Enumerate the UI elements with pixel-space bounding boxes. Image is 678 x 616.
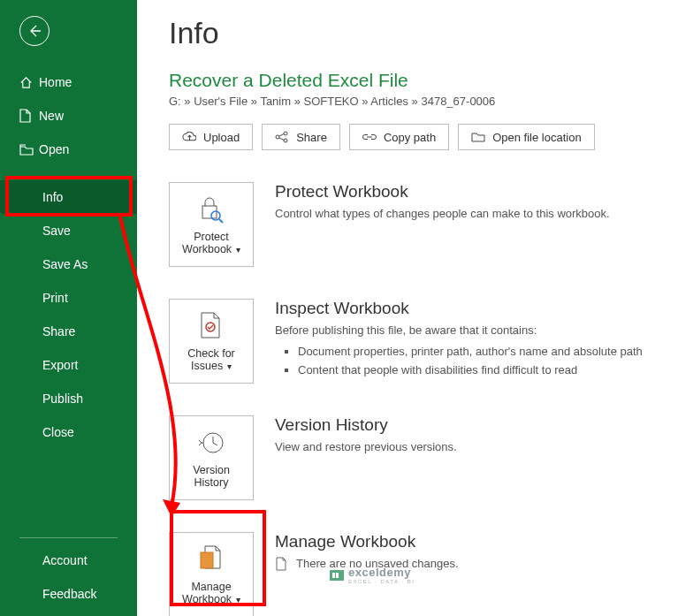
nav-label: Close xyxy=(42,425,74,439)
nav-label: Info xyxy=(42,190,63,204)
check-for-issues-button[interactable]: Check for Issues ▾ xyxy=(169,299,254,384)
breadcrumb: G: » User's File » Tanim » SOFTEKO » Art… xyxy=(169,95,653,108)
history-icon xyxy=(195,427,227,459)
share-icon xyxy=(275,131,289,143)
protect-workbook-section: Protect Workbook ▾ Protect Workbook Cont… xyxy=(169,182,653,267)
share-button[interactable]: Share xyxy=(262,124,340,150)
nav-label: Print xyxy=(42,291,68,305)
lock-search-icon xyxy=(195,194,227,225)
manage-workbook-button[interactable]: Manage Workbook ▾ xyxy=(169,532,254,616)
button-label: Protect Workbook xyxy=(182,231,232,255)
nav-publish[interactable]: Publish xyxy=(0,382,137,415)
watermark-tag: EXCEL · DATA · BI xyxy=(348,579,415,584)
document-check-icon xyxy=(195,310,227,342)
file-title: Recover a Deleted Excel File xyxy=(169,70,653,91)
version-history-section: Version History Version History View and… xyxy=(169,415,653,500)
watermark-icon xyxy=(329,567,345,583)
inspect-workbook-section: Check for Issues ▾ Inspect Workbook Befo… xyxy=(169,299,653,384)
file-icon xyxy=(19,109,39,123)
protect-workbook-button[interactable]: Protect Workbook ▾ xyxy=(169,182,254,267)
folder-open-icon xyxy=(19,144,39,156)
nav-label: Save As xyxy=(42,257,88,271)
svg-point-2 xyxy=(284,139,287,142)
button-label: Copy path xyxy=(384,131,436,144)
backstage-main: Info Recover a Deleted Excel File G: » U… xyxy=(137,0,678,616)
nav-print[interactable]: Print xyxy=(0,281,137,315)
svg-rect-7 xyxy=(201,552,213,568)
back-button[interactable] xyxy=(19,16,50,46)
nav-close[interactable]: Close xyxy=(0,415,137,449)
section-heading: Inspect Workbook xyxy=(275,299,653,318)
button-label: Manage Workbook xyxy=(182,581,232,605)
copy-path-button[interactable]: Copy path xyxy=(349,124,449,150)
svg-rect-11 xyxy=(336,573,339,578)
nav-label: Open xyxy=(39,142,69,156)
open-file-location-button[interactable]: Open file location xyxy=(458,124,594,150)
nav-feedback[interactable]: Feedback xyxy=(0,577,137,611)
button-label: Share xyxy=(296,131,327,144)
version-history-button[interactable]: Version History xyxy=(169,415,254,500)
nav-info[interactable]: Info xyxy=(0,180,137,214)
section-description: Before publishing this file, be aware th… xyxy=(275,322,653,379)
chevron-down-icon: ▾ xyxy=(225,361,232,371)
nav-home[interactable]: Home xyxy=(0,65,137,99)
upload-button[interactable]: Upload xyxy=(169,124,253,150)
nav-new[interactable]: New xyxy=(0,99,137,133)
nav-label: New xyxy=(39,109,64,123)
desc-lead: Before publishing this file, be aware th… xyxy=(275,323,537,337)
nav-label: Export xyxy=(42,358,78,372)
nav-share[interactable]: Share xyxy=(0,315,137,348)
button-label: Version History xyxy=(175,464,248,489)
section-heading: Version History xyxy=(275,415,653,435)
section-description: Control what types of changes people can… xyxy=(275,205,653,223)
action-row: Upload Share Copy path Open file locatio… xyxy=(169,124,653,150)
nav-label: Home xyxy=(39,75,72,89)
nav-save-as[interactable]: Save As xyxy=(0,247,137,281)
nav-account[interactable]: Account xyxy=(0,544,137,577)
link-icon xyxy=(362,131,377,143)
watermark: exceldemy EXCEL · DATA · BI xyxy=(329,566,415,584)
nav-label: Publish xyxy=(42,392,83,406)
issue-item: Content that people with disabilities fi… xyxy=(298,361,653,379)
section-heading: Protect Workbook xyxy=(275,182,653,202)
svg-point-0 xyxy=(276,135,279,139)
nav-open[interactable]: Open xyxy=(0,133,137,166)
arrow-left-icon xyxy=(27,24,42,38)
nav-label: Save xyxy=(42,224,71,238)
chevron-down-icon: ▾ xyxy=(233,245,240,255)
home-icon xyxy=(19,76,39,89)
cloud-upload-icon xyxy=(182,131,196,143)
section-description: View and restore previous versions. xyxy=(275,438,653,456)
issue-item: Document properties, printer path, autho… xyxy=(298,343,653,361)
chevron-down-icon: ▾ xyxy=(233,595,240,605)
backstage-sidebar: Home New Open Info Save Save As Pri xyxy=(0,0,137,616)
nav-label: Share xyxy=(42,324,75,338)
svg-point-1 xyxy=(284,132,287,135)
button-label: Upload xyxy=(203,131,240,144)
page-title: Info xyxy=(169,16,653,50)
document-stack-icon xyxy=(195,544,227,575)
folder-icon xyxy=(471,131,485,143)
nav-label: Account xyxy=(42,553,88,567)
button-label: Open file location xyxy=(492,131,581,144)
nav-save[interactable]: Save xyxy=(0,214,137,247)
separator xyxy=(19,537,118,538)
nav-export[interactable]: Export xyxy=(0,348,137,382)
watermark-name: exceldemy xyxy=(348,566,415,579)
nav-label: Feedback xyxy=(42,587,96,601)
section-heading: Manage Workbook xyxy=(275,532,653,551)
svg-rect-10 xyxy=(332,573,335,578)
file-icon xyxy=(275,557,287,571)
